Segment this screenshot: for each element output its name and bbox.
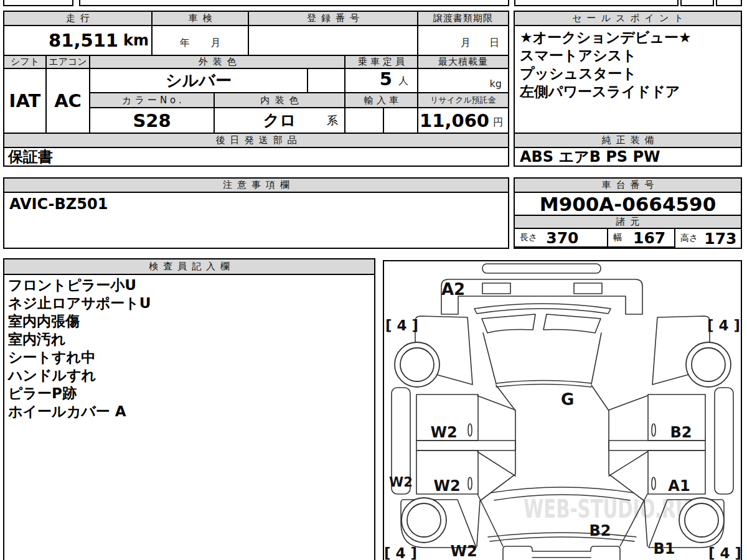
specs-header-label: 諸元 [611, 216, 645, 228]
side-strip-left [416, 441, 515, 450]
recycle-deposit-label: リサイクル預託金 [430, 95, 496, 106]
maxload-header-label: 最大積載量 [438, 56, 488, 68]
shaken-header: 車検 [153, 12, 249, 26]
cutoff-cell [514, 0, 679, 6]
transfer-value-cell: 月 日 [418, 26, 508, 56]
registration-header: 登録番号 [249, 12, 418, 26]
label-door-front-right: B2 [670, 424, 692, 441]
recycle-deposit-unit: 円 [493, 111, 503, 129]
color-no-label: カラーNo. [119, 95, 185, 106]
shift-header-label: シフト [11, 56, 39, 68]
sales-point-item: プッシュスタート [520, 65, 637, 83]
door-handle-rear-right [652, 477, 655, 490]
label-tire-rear-right: [ 4 ] [708, 545, 741, 560]
mileage-unit: km [123, 32, 149, 49]
label-rear-hatch: B2 [590, 522, 611, 539]
spec-height-label: 高さ [680, 233, 698, 244]
roof-edge-left [483, 333, 496, 384]
inspector-note: 室内汚れ [8, 330, 378, 348]
cutoff-cell [716, 0, 742, 6]
spec-length-cell: 長さ 370 [515, 229, 608, 248]
capacity-value-cell: 5 人 [345, 69, 418, 93]
later-parts-label: 後日発送部品 [211, 134, 302, 146]
exterior-color-empty-cell [308, 69, 345, 93]
damage-diagram-box: WEB-STUDIO.RU [383, 260, 742, 560]
aircon-header: エアコン [47, 56, 90, 69]
watermark-text: WEB-STUDIO.RU [524, 494, 690, 524]
later-parts-value: 保証書 [8, 148, 53, 166]
interior-color-header: 内装色 [215, 93, 345, 108]
capacity-header-label: 乗車定員 [355, 56, 408, 68]
shaken-value-cell: 年 月 [153, 26, 249, 56]
chassis-number: M900A-0664590 [540, 193, 716, 215]
roof-rear-line [496, 381, 591, 388]
equipment-header: 純正装備 [515, 134, 741, 148]
sales-point-item: スマートアシスト [520, 47, 637, 65]
cowl [474, 304, 611, 314]
shift-value: IAT [9, 90, 41, 111]
spec-width-label: 幅 [613, 232, 622, 243]
notes-header: 注意事項欄 [4, 179, 508, 193]
aircon-header-label: エアコン [49, 56, 87, 68]
spec-width-value: 167 [633, 229, 665, 247]
recycle-deposit-header: リサイクル預託金 [418, 93, 508, 108]
aircon-value: AC [54, 90, 82, 111]
label-door-rear-left: W2 [433, 477, 460, 495]
sales-point-item: ★オークションデビュー★ [520, 29, 692, 47]
spec-length-value: 370 [546, 229, 578, 247]
chassis-header-label: 車台番号 [597, 179, 659, 191]
side-strip-right [609, 441, 705, 450]
import-value-cell-1 [345, 108, 384, 134]
transfer-day-label: 日 [489, 37, 499, 50]
shaken-month-label: 月 [211, 37, 221, 50]
inspector-notes-box: 検査員記入欄 フロントピラー小U ネジ止ロアサポートU 室内内張傷 室内汚れ シ… [3, 258, 375, 560]
rear-bumper [503, 546, 620, 560]
maxload-value-cell: kg [418, 69, 508, 93]
transfer-deadline-header: 譲渡書類期限 [418, 12, 508, 26]
inspector-note: ハンドルすれ [8, 366, 378, 385]
auction-sheet: 走行 車検 登録番号 譲渡書類期限 81,511 km 年 月 月 日 シフト … [0, 0, 747, 560]
sales-points-header-label: セールスポイント [567, 12, 688, 24]
label-front-panel: A2 [441, 280, 465, 299]
roof-edge-right [591, 333, 601, 384]
front-bumper [482, 264, 601, 273]
chassis-specs-box: 車台番号 M900A-0664590 諸元 長さ 370 幅 167 高さ 17… [514, 177, 742, 249]
spec-height-cell: 高さ 173 [675, 229, 741, 248]
inspector-header-label: 検査員記入欄 [144, 261, 235, 273]
headlight-right [574, 283, 602, 294]
shaken-year-label: 年 [180, 37, 190, 50]
body-side-left [480, 385, 515, 501]
door-handle-front-left [468, 424, 472, 436]
equipment-header-label: 純正装備 [597, 134, 659, 146]
interior-color-value-cell: クロ 系 [215, 108, 345, 134]
shift-header: シフト [4, 56, 47, 69]
label-tire-front-left: [ 4 ] [385, 317, 418, 334]
transfer-month-label: 月 [461, 37, 471, 50]
cutoff-cell [680, 0, 714, 6]
door-handle-front-right [652, 424, 655, 436]
notes-value: AVIC-BZ501 [9, 195, 108, 213]
mileage-header: 走行 [4, 12, 153, 26]
mileage-value: 81,511 [49, 30, 118, 51]
label-sill-left: W2 [389, 475, 413, 490]
wheel-rear-right [679, 498, 724, 543]
wheel-rear-left [402, 498, 446, 543]
cutoff-cell [206, 0, 509, 6]
inspector-note: ピラーP跡 [8, 385, 378, 403]
spec-width-cell: 幅 167 [608, 229, 675, 248]
inspector-note: 室内内張傷 [8, 312, 378, 330]
color-no-value-cell: S28 [90, 108, 215, 134]
car-damage-diagram: WEB-STUDIO.RU [384, 261, 741, 560]
exterior-color-value-cell: シルバー [90, 69, 308, 93]
body-side-right [591, 385, 644, 501]
c-pillar-lines [477, 452, 647, 476]
inspector-note: ホイールカバー A [8, 403, 378, 421]
interior-color-suffix: 系 [327, 113, 338, 128]
sales-points-list: ★オークションデビュー★ スマートアシスト プッシュスタート 左側パワースライド… [515, 26, 741, 134]
wheel-front-right [686, 342, 731, 387]
notes-box: 注意事項欄 AVIC-BZ501 [3, 177, 509, 249]
label-door-rear-right: A1 [668, 477, 690, 495]
later-parts-value-cell: 保証書 [4, 148, 508, 166]
windshield-right [543, 314, 601, 333]
inspector-notes-list: フロントピラー小U ネジ止ロアサポートU 室内内張傷 室内汚れ シートすれ中 ハ… [4, 276, 378, 421]
